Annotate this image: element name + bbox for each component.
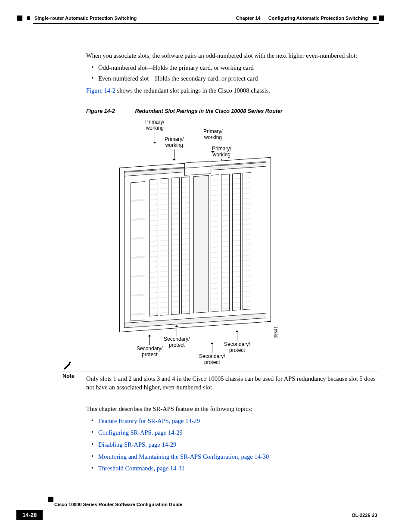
figure-label-secondary-2: Secondary/protect — [164, 325, 190, 348]
header-rule — [33, 23, 379, 24]
topic-link[interactable]: Threshold Commands, page 14-31 — [98, 465, 185, 472]
figure-label-primary-2: Primary/working — [165, 137, 184, 161]
note-label: Note — [58, 373, 79, 380]
figure-caption: Figure 14-2 Redundant Slot Pairings in t… — [86, 108, 378, 115]
figure-title: Redundant Slot Pairings in the Cisco 100… — [135, 108, 282, 114]
intro-text: When you associate slots, the software p… — [86, 52, 378, 60]
figure-label-secondary-4: Secondary/protect — [224, 330, 250, 354]
pencil-icon — [62, 361, 73, 371]
figure-number: Figure 14-2 — [86, 108, 134, 115]
note-text: Only slots 1 and 2 and slots 3 and 4 in … — [86, 375, 378, 395]
footer-guide-title: Cisco 10000 Series Router Software Confi… — [54, 502, 182, 507]
figure-label-secondary-1: Secondary/protect — [137, 335, 163, 358]
page-header: Single-router Automatic Protection Switc… — [17, 16, 384, 21]
page-number-badge: 14-28 — [16, 510, 43, 520]
chassis-outline — [119, 157, 271, 333]
list-item: Feature History for SR-APS, page 14-29 — [86, 417, 378, 426]
topics-list: Feature History for SR-APS, page 14-29 C… — [86, 417, 378, 473]
figure-ref-tail: shows the redundant slot pairings in the… — [115, 87, 270, 94]
main-content: When you associate slots, the software p… — [86, 52, 378, 476]
list-item: Configuring SR-APS, page 14-29 — [86, 429, 378, 437]
list-item-text: Odd-numbered slot—Holds the primary card… — [98, 64, 254, 71]
topic-link[interactable]: Feature History for SR-APS, page 14-29 — [98, 417, 200, 424]
topic-link[interactable]: Configuring SR-APS, page 14-29 — [98, 429, 183, 436]
list-item: Even-numbered slot—Holds the secondary c… — [86, 75, 378, 83]
header-marker-right-small-icon — [373, 16, 377, 20]
list-item: Odd-numbered slot—Holds the primary card… — [86, 64, 378, 72]
header-marker-left-small-icon — [27, 16, 30, 20]
list-item: Monitoring and Maintaining the SR-APS Co… — [86, 453, 378, 461]
topics-intro: This chapter describes the SR-APS featur… — [86, 405, 378, 414]
doc-id-bar-icon — [384, 513, 385, 518]
header-section-text: Single-router Automatic Protection Switc… — [34, 16, 137, 21]
figure-id-number: 38541 — [274, 326, 280, 338]
header-chapter-title: Configuring Automatic Protection Switchi… — [268, 16, 368, 21]
figure-ref-link[interactable]: Figure 14-2 — [86, 87, 115, 94]
header-chapter-label: Chapter 14 — [236, 16, 261, 21]
topic-link[interactable]: Monitoring and Maintaining the SR-APS Co… — [98, 453, 269, 460]
figure-label-secondary-3: Secondary/protect — [199, 342, 225, 366]
figure-diagram: Primary/working Primary/working Primary/… — [113, 119, 277, 365]
list-item: Disabling SR-APS, page 14-29 — [86, 441, 378, 449]
footer-rule — [54, 499, 379, 499]
slot-rules-list: Odd-numbered slot—Holds the primary card… — [86, 64, 378, 83]
doc-id: OL-2226-23 — [352, 513, 384, 518]
figure-label-primary-1: Primary/working — [145, 119, 165, 143]
list-item: Threshold Commands, page 14-31 — [86, 464, 378, 473]
topic-link[interactable]: Disabling SR-APS, page 14-29 — [98, 441, 176, 448]
figure-reference-line: Figure 14-2 shows the redundant slot pai… — [86, 87, 378, 95]
doc-id-text: OL-2226-23 — [352, 513, 377, 518]
header-marker-right-icon — [379, 16, 384, 21]
list-item-text: Even-numbered slot—Holds the secondary c… — [98, 75, 258, 82]
note-block: Note Only slots 1 and 2 and slots 3 and … — [86, 371, 378, 397]
footer-square-icon — [48, 497, 53, 502]
header-marker-left-icon — [17, 16, 22, 21]
